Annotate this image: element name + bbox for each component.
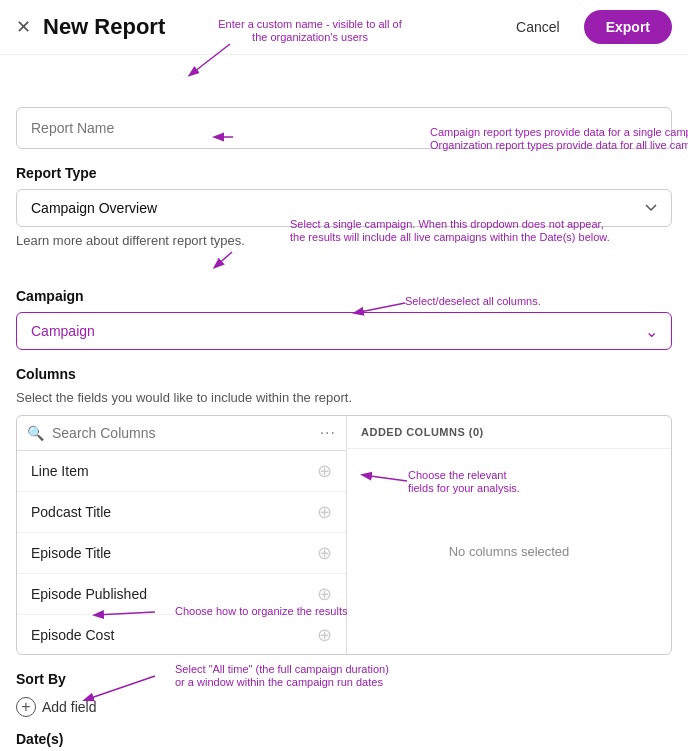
sort-by-label: Sort By xyxy=(16,671,66,687)
campaign-section: Campaign Campaign ⌄ xyxy=(16,288,672,350)
add-column-icon[interactable]: ⊕ xyxy=(317,501,332,523)
columns-description: Select the fields you would like to incl… xyxy=(16,390,672,405)
campaign-select[interactable]: Campaign xyxy=(16,312,672,350)
campaign-label: Campaign xyxy=(16,288,672,304)
learn-more-text: Learn more about different report types. xyxy=(16,233,672,248)
columns-right-panel: ADDED COLUMNS (0) No columns selected xyxy=(347,416,671,654)
no-columns-text: No columns selected xyxy=(347,449,671,654)
header-left: ✕ New Report xyxy=(16,14,165,40)
dates-section: Date(s) All time ⌄ xyxy=(16,731,672,751)
page-title: New Report xyxy=(43,14,165,40)
add-column-icon[interactable]: ⊕ xyxy=(317,624,332,646)
add-field-button[interactable]: + Add field xyxy=(16,697,96,717)
column-item-label: Episode Cost xyxy=(31,627,114,643)
sort-by-section: Sort By + Add field xyxy=(16,671,672,717)
more-options-icon[interactable]: ··· xyxy=(320,424,336,442)
column-item-label: Episode Published xyxy=(31,586,147,602)
report-type-label: Report Type xyxy=(16,165,672,181)
sort-by-header: Sort By xyxy=(16,671,672,687)
column-item-episode-cost[interactable]: Episode Cost ⊕ xyxy=(17,615,346,654)
main-content: Report Type Campaign Overview Learn more… xyxy=(0,55,688,751)
add-field-label: Add field xyxy=(42,699,96,715)
column-list: Line Item ⊕ Podcast Title ⊕ Episode Titl… xyxy=(17,451,346,654)
search-icon: 🔍 xyxy=(27,425,44,441)
close-icon[interactable]: ✕ xyxy=(16,16,31,38)
add-column-icon[interactable]: ⊕ xyxy=(317,542,332,564)
report-type-select[interactable]: Campaign Overview xyxy=(16,189,672,227)
columns-label: Columns xyxy=(16,366,672,382)
dates-label: Date(s) xyxy=(16,731,672,747)
add-column-icon[interactable]: ⊕ xyxy=(317,460,332,482)
search-row: 🔍 ··· xyxy=(17,416,346,451)
search-columns-input[interactable] xyxy=(52,425,312,441)
add-column-icon[interactable]: ⊕ xyxy=(317,583,332,605)
added-columns-header: ADDED COLUMNS (0) xyxy=(347,416,671,449)
cancel-button[interactable]: Cancel xyxy=(504,11,572,43)
column-item-label: Episode Title xyxy=(31,545,111,561)
export-button[interactable]: Export xyxy=(584,10,672,44)
column-item-label: Podcast Title xyxy=(31,504,111,520)
column-item-podcast-title[interactable]: Podcast Title ⊕ xyxy=(17,492,346,533)
add-field-icon: + xyxy=(16,697,36,717)
columns-container: 🔍 ··· Line Item ⊕ Podcast Title ⊕ xyxy=(16,415,672,655)
header-right: Cancel Export xyxy=(504,10,672,44)
column-item-label: Line Item xyxy=(31,463,89,479)
column-item-episode-published[interactable]: Episode Published ⊕ xyxy=(17,574,346,615)
header: ✕ New Report Cancel Export xyxy=(0,0,688,55)
column-item-line-item[interactable]: Line Item ⊕ xyxy=(17,451,346,492)
column-item-episode-title[interactable]: Episode Title ⊕ xyxy=(17,533,346,574)
campaign-select-wrapper: Campaign ⌄ xyxy=(16,312,672,350)
columns-left-panel: 🔍 ··· Line Item ⊕ Podcast Title ⊕ xyxy=(17,416,347,654)
report-type-section: Report Type Campaign Overview Learn more… xyxy=(16,165,672,248)
report-name-section xyxy=(16,107,672,149)
columns-section: Columns Select the fields you would like… xyxy=(16,366,672,655)
report-name-input[interactable] xyxy=(16,107,672,149)
